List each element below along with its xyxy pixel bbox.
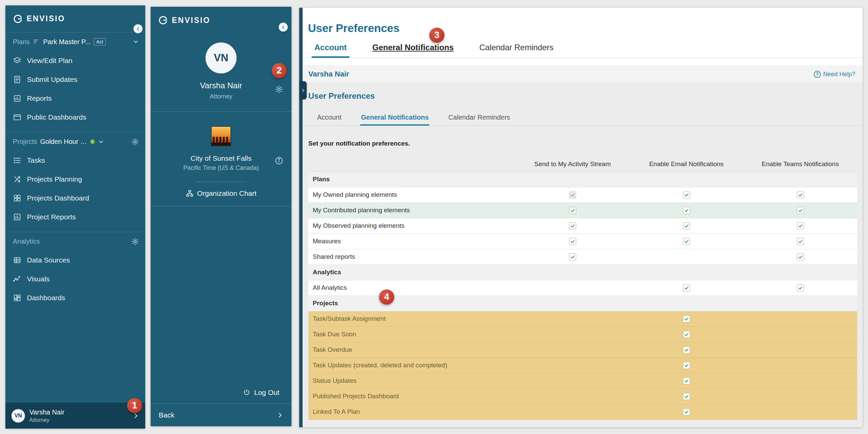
email-notifications-checkbox[interactable]: [683, 238, 690, 245]
sidebar-item-project-reports[interactable]: Project Reports: [5, 208, 145, 226]
activity-stream-cell: [516, 342, 629, 358]
logo: ENVISIO: [5, 5, 145, 32]
email-notifications-checkbox[interactable]: [683, 331, 690, 338]
collapse-sidebar-button[interactable]: [279, 23, 288, 32]
sidebar-item-label: Dashboards: [27, 294, 65, 302]
section-label: Analytics: [308, 265, 857, 280]
email-notifications-checkbox[interactable]: [683, 408, 690, 415]
teams-notifications-checkbox[interactable]: [797, 191, 804, 198]
chevron-right-icon: [301, 88, 306, 93]
plans-section-label: Plans: [13, 38, 30, 46]
sidebar-item-label: Tasks: [27, 156, 45, 164]
gear-icon[interactable]: [131, 238, 139, 246]
sidebar-item-visuals[interactable]: Visuals: [5, 270, 145, 288]
preference-label: All Analytics: [308, 280, 516, 296]
preference-row: Linked To A Plan: [308, 404, 857, 420]
back-label: Back: [159, 411, 175, 419]
preference-row: My Observed planning elements: [308, 218, 857, 234]
email-notifications-checkbox[interactable]: [683, 362, 690, 369]
preference-label: Status Updates: [308, 373, 516, 389]
email-notifications-checkbox[interactable]: [683, 222, 690, 229]
organization-chart-link[interactable]: Organization Chart: [186, 189, 256, 197]
activity-stream-cell: [516, 218, 629, 234]
sidebar-item-label: View/Edit Plan: [27, 57, 72, 65]
preference-row: Published Projects Dashboard: [308, 389, 857, 404]
project-selector[interactable]: Golden Hour Gre...: [40, 138, 87, 146]
preference-row: Task Overdue: [308, 342, 857, 358]
tab-account[interactable]: Account: [314, 39, 347, 58]
organization-thumbnail: [211, 126, 231, 146]
activity-stream-cell: [516, 358, 629, 373]
preference-label: Task/Subtask Assignment: [308, 311, 516, 327]
sidebar-item-dashboards[interactable]: Dashboards: [5, 288, 145, 307]
logout-label: Log Out: [254, 389, 279, 397]
teams-notifications-cell: [743, 389, 857, 404]
email-notifications-checkbox[interactable]: [683, 377, 690, 384]
sidebar-item-projects-dashboard[interactable]: Projects Dashboard: [5, 189, 145, 208]
chevron-down-icon[interactable]: [98, 138, 104, 145]
line-chart-icon: [13, 275, 22, 283]
sidebar-item-label: Project Reports: [27, 213, 76, 221]
email-notifications-checkbox[interactable]: [683, 346, 690, 353]
sidebar-item-view-edit-plan[interactable]: View/Edit Plan: [5, 51, 145, 70]
email-notifications-checkbox[interactable]: [683, 393, 690, 400]
teams-notifications-checkbox[interactable]: [797, 222, 804, 229]
user-settings-gear-icon[interactable]: [275, 85, 283, 95]
active-plan-badge: Act: [94, 38, 106, 45]
teams-notifications-checkbox[interactable]: [797, 238, 804, 245]
activity-stream-checkbox[interactable]: [569, 207, 576, 214]
sidebar-item-label: Submit Updates: [27, 75, 77, 84]
expand-panel-handle[interactable]: [299, 81, 307, 99]
email-notifications-checkbox[interactable]: [683, 207, 690, 214]
table-icon: [13, 256, 22, 265]
back-button[interactable]: Back: [151, 403, 291, 426]
email-notifications-checkbox[interactable]: [683, 315, 690, 322]
sidebar-item-public-dashboards[interactable]: Public Dashboards: [5, 108, 145, 127]
checklist-icon: [13, 156, 22, 165]
logo-text: ENVISIO: [27, 14, 65, 23]
column-header-teams: Enable Teams Notifications: [743, 157, 857, 172]
tab-calendar-reminders[interactable]: Calendar Reminders: [447, 111, 510, 125]
plan-selector[interactable]: Park Master P...: [43, 38, 91, 46]
tab-calendar-reminders[interactable]: Calendar Reminders: [478, 39, 554, 58]
sidebar-item-reports[interactable]: Reports: [5, 89, 145, 108]
sidebar-item-tasks[interactable]: Tasks: [5, 151, 145, 170]
table-header-row: Send to My Activity Stream Enable Email …: [308, 157, 857, 172]
preference-label: My Observed planning elements: [308, 218, 516, 234]
logo: ENVISIO: [151, 7, 291, 34]
chevron-left-icon: [281, 25, 286, 30]
info-icon[interactable]: [275, 156, 283, 166]
activity-stream-cell: [516, 187, 629, 203]
teams-notifications-checkbox[interactable]: [797, 253, 804, 260]
analytics-section-label: Analytics: [13, 238, 40, 245]
filter-icon: [33, 38, 40, 45]
teams-notifications-checkbox[interactable]: [797, 284, 804, 291]
sidebar-item-projects-planning[interactable]: Projects Planning: [5, 170, 145, 189]
teams-notifications-checkbox[interactable]: [797, 207, 804, 214]
preferences-user-name: Varsha Nair: [308, 70, 349, 79]
logout-button[interactable]: Log Out: [243, 389, 279, 397]
plans-section-header: Plans Park Master P... Act: [5, 32, 145, 51]
sidebar-item-label: Visuals: [27, 275, 50, 283]
tab-general-notifications[interactable]: General Notifications: [360, 111, 429, 125]
gear-icon[interactable]: [131, 138, 139, 146]
preferences-title: User Preferences: [308, 91, 863, 101]
user-name: Varsha Nair: [29, 408, 64, 416]
activity-stream-checkbox[interactable]: [569, 222, 576, 229]
email-notifications-cell: [629, 327, 743, 342]
activity-stream-checkbox[interactable]: [569, 238, 576, 245]
tab-account[interactable]: Account: [316, 111, 342, 125]
sidebar-item-data-sources[interactable]: Data Sources: [5, 251, 145, 270]
preference-row: Task Due Soon: [308, 327, 857, 342]
need-help-link[interactable]: ? Need Help?: [814, 71, 855, 78]
sidebar-item-submit-updates[interactable]: Submit Updates: [5, 70, 145, 89]
email-notifications-checkbox[interactable]: [683, 191, 690, 198]
tab-general-notifications[interactable]: General Notifications: [372, 39, 454, 58]
annotation-badge-2: 2: [272, 63, 287, 78]
email-notifications-cell: [629, 358, 743, 373]
current-user-bar[interactable]: VN Varsha Nair Attorney: [5, 403, 145, 429]
email-notifications-checkbox[interactable]: [683, 284, 690, 291]
chevron-down-icon[interactable]: [132, 38, 139, 45]
activity-stream-checkbox[interactable]: [569, 253, 576, 260]
collapse-sidebar-button[interactable]: [133, 24, 143, 33]
